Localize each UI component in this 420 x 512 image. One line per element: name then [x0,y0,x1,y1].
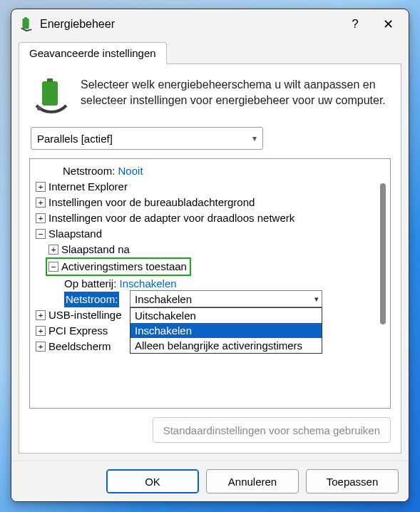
highlight-box: Activeringstimers toestaan [46,257,191,276]
titlebar: Energiebeheer ? ✕ [11,9,409,39]
combobox-display[interactable]: Inschakelen ▾ [130,290,322,307]
label: Instellingen voor de adapter voor draadl… [48,210,294,226]
tree-row-sleep[interactable]: Slaapstand [36,226,387,242]
label: Beeldscherm [48,339,111,354]
label: Instellingen voor de bureaubladachtergro… [48,195,255,210]
expand-icon[interactable] [36,198,46,208]
combobox-list: Uitschakelen Inschakelen Alleen belangri… [130,307,322,354]
expand-icon[interactable] [48,245,58,255]
tree-row-ie[interactable]: Internet Explorer [36,179,387,195]
help-icon: ? [352,17,358,31]
dialog-button-row: OK Annuleren Toepassen [11,461,409,501]
svg-point-4 [37,106,41,111]
label: Internet Explorer [48,179,128,195]
chevron-down-icon: ▾ [314,295,319,304]
label: USB-instellinge [48,307,122,323]
combobox-option[interactable]: Uitschakelen [130,308,322,323]
expand-icon[interactable] [36,310,46,320]
tab-page: Selecteer welk energiebeheerschema u wil… [19,64,401,454]
tree-row-on-battery[interactable]: Op batterij: Inschakelen [36,276,387,292]
restore-defaults-button[interactable]: Standaardinstellingen voor schema gebrui… [153,417,391,443]
intro-text: Selecteer welk energiebeheerschema u wil… [81,77,388,108]
svg-rect-1 [24,17,27,19]
scrollbar-thumb[interactable] [380,183,386,324]
value-link[interactable]: Inschakelen [120,276,177,292]
value-link[interactable]: Nooit [118,163,143,179]
dialog-window: Energiebeheer ? ✕ Geavanceerde instellin… [11,9,409,502]
close-button[interactable]: ✕ [372,11,404,38]
collapse-icon[interactable] [48,262,58,272]
tree-row-wireless[interactable]: Instellingen voor de adapter voor draadl… [36,210,387,226]
label: Slaapstand na [61,242,130,257]
label: Netstroom: [63,163,115,179]
label: Toepassen [327,476,379,488]
chevron-down-icon: ▾ [252,133,257,143]
label: Slaapstand [48,226,102,242]
label: Annuleren [228,476,277,488]
combobox-option-selected[interactable]: Inschakelen [130,323,322,338]
ok-button[interactable]: OK [106,469,199,493]
label: Standaardinstellingen voor schema gebrui… [163,424,380,436]
tab-label: Geavanceerde instellingen [29,47,156,59]
value-combobox[interactable]: Inschakelen ▾ Uitschakelen Inschakelen A… [130,290,322,354]
power-scheme-selected: Parallels [actief] [37,133,113,145]
tree-row-netstroom-top[interactable]: Netstroom: Nooit [36,163,387,179]
settings-tree[interactable]: Netstroom: Nooit Internet Explorer Inste… [29,158,391,409]
collapse-icon[interactable] [36,229,46,239]
expand-icon[interactable] [36,213,46,223]
power-scheme-icon [32,77,71,116]
expand-icon[interactable] [36,182,46,192]
label: PCI Express [48,323,108,339]
label: OK [145,476,160,488]
tab-advanced-settings[interactable]: Geavanceerde instellingen [19,42,167,64]
combobox-current: Inschakelen [135,293,192,305]
expand-icon[interactable] [36,326,46,336]
svg-rect-0 [23,19,29,29]
svg-rect-3 [47,78,53,82]
power-scheme-select[interactable]: Parallels [actief] ▾ [31,127,263,150]
label-selected: Netstroom: [64,292,119,307]
window-title: Energiebeheer [40,18,339,31]
intro-block: Selecteer welk energiebeheerschema u wil… [32,77,388,116]
help-button[interactable]: ? [339,11,372,38]
close-icon: ✕ [383,16,394,32]
tree-row-wake-timers[interactable]: Activeringstimers toestaan [36,257,387,276]
tree-row-desktop-bg[interactable]: Instellingen voor de bureaubladachtergro… [36,195,387,210]
combobox-option[interactable]: Alleen belangrijke activeringstimers [130,338,322,353]
battery-plug-icon [19,16,34,32]
apply-button[interactable]: Toepassen [306,469,399,493]
svg-rect-2 [42,81,58,106]
tree-row-sleep-after[interactable]: Slaapstand na [36,242,387,257]
label: Op batterij: [64,276,116,292]
expand-icon[interactable] [36,342,46,352]
label: Activeringstimers toestaan [61,259,187,275]
tab-strip: Geavanceerde instellingen [19,42,401,64]
cancel-button[interactable]: Annuleren [206,469,299,493]
